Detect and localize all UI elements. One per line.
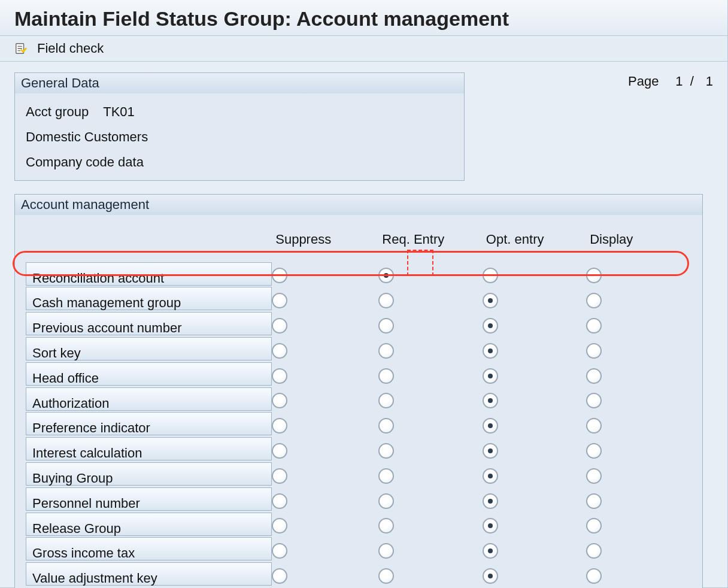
radio-display[interactable]	[586, 368, 602, 384]
radio-req_entry[interactable]	[378, 393, 394, 408]
radio-opt_entry[interactable]	[483, 293, 498, 308]
table-row: Gross income tax	[26, 536, 691, 561]
table-row: Sort key	[26, 336, 691, 361]
general-data-panel-title: General Data	[15, 73, 464, 93]
general-data-line-2: Domestic Customers	[26, 125, 453, 150]
col-header-suppress: Suppress	[272, 221, 378, 260]
radio-suppress[interactable]	[272, 568, 287, 584]
field-check-icon[interactable]	[14, 42, 28, 55]
radio-suppress[interactable]	[272, 393, 287, 408]
radio-req_entry[interactable]	[378, 518, 394, 534]
table-row: Value adjustment key	[26, 561, 691, 586]
page-title: Maintain Field Status Group: Account man…	[14, 7, 713, 31]
field-status-table-wrap: Suppress Req. Entry Opt. entry Display R…	[15, 215, 702, 588]
table-row: Previous account number	[26, 311, 691, 336]
radio-display[interactable]	[586, 443, 602, 459]
radio-req_entry[interactable]	[378, 318, 394, 334]
radio-display[interactable]	[586, 493, 602, 509]
radio-opt_entry[interactable]	[483, 443, 498, 459]
radio-display[interactable]	[586, 468, 602, 484]
radio-req_entry[interactable]	[378, 443, 394, 459]
page-current: 1	[671, 74, 682, 89]
radio-suppress[interactable]	[272, 343, 287, 359]
radio-opt_entry[interactable]	[483, 568, 498, 584]
table-row: Cash management group	[26, 286, 691, 311]
radio-req_entry[interactable]	[378, 568, 394, 584]
radio-req_entry[interactable]	[378, 343, 394, 359]
radio-opt_entry[interactable]	[483, 468, 498, 484]
radio-display[interactable]	[586, 568, 602, 584]
radio-req_entry[interactable]	[378, 418, 394, 434]
radio-req_entry[interactable]	[378, 493, 394, 509]
field-label: Authorization	[26, 387, 272, 411]
col-header-display: Display	[586, 221, 691, 260]
field-label: Cash management group	[26, 287, 272, 310]
field-status-table: Suppress Req. Entry Opt. entry Display R…	[26, 221, 691, 586]
radio-display[interactable]	[586, 418, 602, 434]
table-row: Preference indicator	[26, 411, 691, 436]
field-label: Buying Group	[26, 462, 272, 486]
radio-display[interactable]	[586, 268, 602, 283]
general-data-line-3: Company code data	[26, 150, 453, 175]
radio-suppress[interactable]	[272, 443, 287, 459]
page-label: Page	[628, 74, 659, 89]
field-label: Preference indicator	[26, 412, 272, 435]
acct-group-label: Acct group	[26, 104, 89, 119]
radio-suppress[interactable]	[272, 268, 287, 283]
radio-suppress[interactable]	[272, 518, 287, 534]
radio-display[interactable]	[586, 393, 602, 408]
radio-display[interactable]	[586, 318, 602, 334]
radio-display[interactable]	[586, 343, 602, 359]
field-label: Head office	[26, 362, 272, 386]
radio-opt_entry[interactable]	[483, 318, 498, 334]
general-data-panel: General Data Acct group TK01 Domestic Cu…	[14, 72, 465, 181]
table-row: Head office	[26, 360, 691, 386]
field-label: Interest calculation	[26, 437, 272, 460]
radio-req_entry[interactable]	[378, 293, 394, 308]
radio-opt_entry[interactable]	[483, 268, 498, 283]
table-row: Authorization	[26, 386, 691, 411]
field-label: Release Group	[26, 513, 272, 536]
field-label: Gross income tax	[26, 537, 272, 560]
general-data-body: Acct group TK01 Domestic Customers Compa…	[15, 93, 464, 180]
table-row: Interest calculation	[26, 436, 691, 461]
table-row: Reconciliation account	[26, 260, 691, 286]
radio-suppress[interactable]	[272, 543, 287, 559]
radio-suppress[interactable]	[272, 468, 287, 484]
radio-suppress[interactable]	[272, 318, 287, 334]
page-sep: /	[690, 74, 694, 89]
app-window: Maintain Field Status Group: Account man…	[0, 0, 728, 588]
page-indicator: Page 1 / 1	[628, 72, 713, 89]
radio-opt_entry[interactable]	[483, 343, 498, 359]
field-label: Personnel number	[26, 487, 272, 511]
account-management-panel-title: Account management	[15, 195, 702, 215]
radio-display[interactable]	[586, 518, 602, 534]
account-management-panel: Account management Suppress Req. Entry O…	[14, 194, 703, 588]
radio-req_entry[interactable]	[378, 543, 394, 559]
field-label: Value adjustment key	[26, 562, 272, 586]
page-total: 1	[701, 74, 713, 89]
radio-suppress[interactable]	[272, 418, 287, 434]
radio-opt_entry[interactable]	[483, 393, 498, 408]
radio-opt_entry[interactable]	[483, 493, 498, 509]
radio-opt_entry[interactable]	[483, 368, 498, 384]
radio-req_entry[interactable]	[378, 468, 394, 484]
field-check-button[interactable]: Field check	[37, 41, 104, 56]
radio-display[interactable]	[586, 293, 602, 308]
field-label: Sort key	[26, 337, 272, 360]
radio-suppress[interactable]	[272, 368, 287, 384]
radio-opt_entry[interactable]	[483, 418, 498, 434]
radio-req_entry[interactable]	[378, 368, 394, 384]
radio-suppress[interactable]	[272, 493, 287, 509]
field-label: Previous account number	[26, 312, 272, 335]
radio-opt_entry[interactable]	[483, 543, 498, 559]
radio-display[interactable]	[586, 543, 602, 559]
radio-req_entry[interactable]	[378, 268, 394, 283]
radio-suppress[interactable]	[272, 293, 287, 308]
table-row: Personnel number	[26, 486, 691, 511]
toolbar: Field check	[0, 36, 727, 62]
radio-opt_entry[interactable]	[483, 518, 498, 534]
table-row: Release Group	[26, 511, 691, 536]
title-bar: Maintain Field Status Group: Account man…	[0, 0, 727, 36]
acct-group-value: TK01	[103, 104, 135, 119]
